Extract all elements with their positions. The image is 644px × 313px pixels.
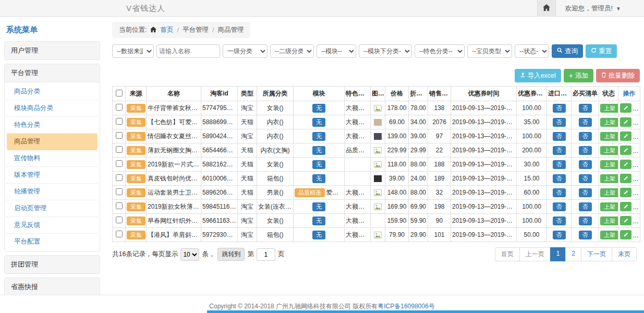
home-button[interactable] [537,0,556,17]
edit-button[interactable] [620,216,631,225]
level1-category-select[interactable]: 一级分类 [223,44,268,58]
import-select-toggle[interactable]: 否 [553,188,566,197]
sidebar-item-平台配置[interactable]: 平台配置 [7,234,98,250]
import-select-toggle[interactable]: 否 [553,231,566,239]
breadcrumb-home-link[interactable]: 首页 [160,26,173,34]
search-button[interactable]: 查询 [552,44,583,58]
module-badge[interactable]: 无 [312,104,325,113]
row-checkbox[interactable] [116,202,123,209]
status-toggle[interactable]: 上架 [600,174,618,183]
must-buy-toggle[interactable]: 否 [579,146,592,155]
edit-button[interactable] [620,160,631,169]
item-type-select[interactable]: --宝贝类型-- [467,44,512,58]
edit-button[interactable] [620,131,631,141]
sidebar-item-版本管理[interactable]: 版本管理 [7,167,98,184]
status-toggle[interactable]: 上架 [600,216,618,225]
sidebar-item-商品管理[interactable]: 商品管理 [7,134,98,150]
must-buy-toggle[interactable]: 否 [579,174,592,183]
status-toggle[interactable]: 上架 [600,146,618,155]
sidebar-item-模块商品分类[interactable]: 模块商品分类 [7,100,98,117]
status-select[interactable]: --状态-- [515,44,549,58]
page-button-上一页[interactable]: 上一页 [519,247,551,261]
page-button-末页[interactable]: 末页 [612,247,637,261]
status-toggle[interactable]: 上架 [600,202,618,211]
name-search-input[interactable] [156,44,220,58]
page-button-下一页[interactable]: 下一页 [581,247,612,261]
row-checkbox[interactable] [116,160,123,167]
sidebar-item-宣传物料[interactable]: 宣传物料 [7,150,98,167]
edit-button[interactable] [620,174,631,183]
must-buy-toggle[interactable]: 否 [579,231,592,239]
module-select[interactable]: --模块-- [317,44,356,58]
module-badge[interactable]: 无 [312,160,325,169]
import-select-toggle[interactable]: 否 [553,174,566,183]
data-source-select[interactable]: --数据来源-- [112,44,154,58]
edit-button[interactable] [620,188,631,197]
edit-button[interactable] [620,146,631,155]
page-button-2[interactable]: 2 [565,247,581,261]
row-checkbox[interactable] [116,132,123,139]
icp-link[interactable]: 粤ICP备16098006号 [378,303,434,310]
row-checkbox[interactable] [116,188,123,195]
import-select-toggle[interactable]: 否 [553,160,566,169]
module-badge[interactable]: 无 [312,174,325,183]
row-checkbox[interactable] [116,146,123,153]
page-number-input[interactable] [257,248,275,261]
status-toggle[interactable]: 上架 [600,188,618,197]
module-badge[interactable]: 无 [312,216,325,225]
module-badge[interactable]: 无 [312,202,325,211]
must-buy-toggle[interactable]: 否 [579,188,592,197]
feature-category-select[interactable]: --特色分类-- [415,44,465,58]
add-button[interactable]: + 添加 [564,69,593,82]
must-buy-toggle[interactable]: 否 [579,118,592,127]
sidebar-item-意见反馈[interactable]: 意见反馈 [7,217,98,234]
status-toggle[interactable]: 上架 [600,231,618,239]
edit-button[interactable] [620,117,631,127]
module-badge[interactable]: 无 [312,132,325,141]
import-select-toggle[interactable]: 否 [553,202,566,211]
must-buy-toggle[interactable]: 否 [579,202,592,211]
import-select-toggle[interactable]: 否 [553,118,566,127]
select-all-checkbox[interactable] [116,90,123,97]
sidebar-item-轮播管理[interactable]: 轮播管理 [7,184,98,200]
import-excel-button[interactable]: 导入excel [515,69,561,82]
module-sub-category-select[interactable]: --模块下分类-- [359,44,412,58]
import-select-toggle[interactable]: 否 [553,132,566,141]
reset-button[interactable]: 重置 [586,44,617,58]
status-toggle[interactable]: 上架 [600,160,618,169]
sidebar-section-拼团管理[interactable]: 拼团管理 [4,255,100,274]
sidebar-section-用户管理[interactable]: 用户管理 [4,41,100,60]
module-badge[interactable]: 无 [312,231,325,239]
sidebar-section-platform-header[interactable]: 平台管理 [5,64,100,82]
edit-button[interactable] [620,103,631,113]
jump-button[interactable]: 跳转到 [217,248,245,261]
edit-button[interactable] [620,202,631,211]
per-page-select[interactable]: 10 [180,248,199,261]
module-badge[interactable]: 无 [312,118,325,127]
import-select-toggle[interactable]: 否 [553,104,566,113]
row-checkbox[interactable] [116,118,123,125]
sidebar-section-省惠快报[interactable]: 省惠快报 [4,278,100,296]
status-toggle[interactable]: 上架 [600,118,618,127]
must-buy-toggle[interactable]: 否 [579,160,592,169]
must-buy-toggle[interactable]: 否 [579,132,592,141]
edit-button[interactable] [620,230,631,239]
sidebar-item-特色分类[interactable]: 特色分类 [7,117,98,134]
row-checkbox[interactable] [116,104,123,111]
status-toggle[interactable]: 上架 [600,132,618,141]
must-buy-toggle[interactable]: 否 [579,104,592,113]
page-button-首页[interactable]: 首页 [495,247,520,261]
must-buy-toggle[interactable]: 否 [579,216,592,225]
row-checkbox[interactable] [116,231,123,237]
sidebar-item-商品分类[interactable]: 商品分类 [7,83,98,100]
import-select-toggle[interactable]: 否 [553,216,566,225]
batch-delete-button[interactable]: 批量删除 [596,69,640,82]
sidebar-item-启动页管理[interactable]: 启动页管理 [7,200,98,217]
user-menu[interactable]: 欢迎您，管理员! ▼ [556,0,644,17]
import-select-toggle[interactable]: 否 [553,146,566,155]
row-checkbox[interactable] [116,174,123,181]
level2-category-select[interactable]: --二级分类-- [270,44,314,58]
status-toggle[interactable]: 上架 [600,104,618,113]
row-checkbox[interactable] [116,216,123,223]
module-badge[interactable]: 无 [312,146,325,155]
